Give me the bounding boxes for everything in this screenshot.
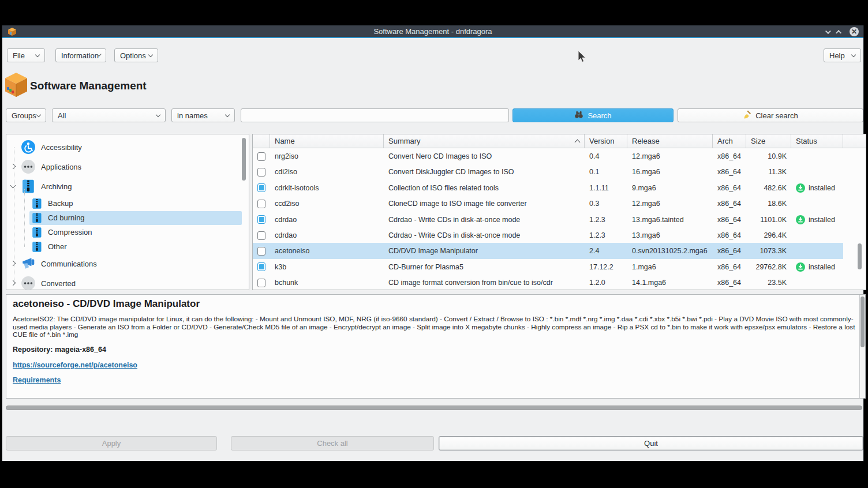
quit-button-label: Quit (644, 439, 658, 448)
sidebar-item-applications[interactable]: Applications (6, 157, 249, 177)
cell-version: 17.12.2 (585, 259, 627, 275)
header-status[interactable]: Status (791, 134, 843, 148)
apply-button[interactable]: Apply (6, 436, 217, 451)
status-label: installed (809, 263, 835, 271)
package-checkbox[interactable] (257, 152, 265, 161)
cell-arch: x86_64 (713, 148, 746, 164)
header-summary[interactable]: Summary (384, 134, 585, 148)
group-tree-panel: AccessibilityApplicationsArchivingBackup… (6, 134, 249, 290)
sidebar-item-archiving[interactable]: Archiving (6, 177, 249, 196)
menu-options[interactable]: Options (114, 48, 158, 62)
sidebar-item-converted[interactable]: Converted (6, 273, 249, 293)
header-name[interactable]: Name (270, 134, 384, 148)
menu-file-label: File (13, 51, 25, 60)
sidebar-item-communications[interactable]: Communications (6, 254, 249, 273)
archive-icon (21, 179, 36, 194)
row-checkbox-cell (253, 275, 270, 290)
quit-button[interactable]: Quit (439, 436, 863, 451)
cell-summary: Convert Nero CD Images to ISO (384, 148, 585, 164)
titlebar[interactable]: Software Management - dnfdragora ✕ (2, 25, 863, 38)
table-row[interactable]: cdrkit-isotoolsCollection of ISO files r… (253, 180, 866, 196)
cell-summary: Collection of ISO files related tools (384, 180, 585, 196)
menu-help[interactable]: Help (824, 48, 861, 62)
binoculars-icon (574, 111, 583, 121)
chevron-down-icon (156, 112, 160, 117)
status-label: installed (809, 216, 835, 224)
clear-search-button[interactable]: Clear search (678, 108, 863, 122)
package-checkbox[interactable] (257, 262, 265, 271)
cell-version: 1.2.3 (585, 227, 627, 243)
header-version[interactable]: Version (585, 134, 627, 148)
package-table-panel: Name Summary Version Release Arch Size S… (252, 134, 866, 290)
apply-button-label: Apply (102, 439, 121, 448)
communications-icon (21, 256, 36, 271)
package-checkbox[interactable] (257, 215, 265, 224)
sidebar-item-cd-burning[interactable]: Cd burning (6, 211, 249, 225)
cell-name: k3b (270, 259, 384, 275)
table-row[interactable]: bchunkCD image format conversion from bi… (253, 275, 866, 290)
cell-version: 1.2.3 (585, 212, 627, 228)
table-scrollbar-thumb[interactable] (858, 243, 862, 269)
maximize-icon[interactable] (836, 29, 841, 35)
menu-information[interactable]: Information (55, 48, 106, 62)
table-row[interactable]: cdrdaoCdrdao - Write CDs in disk-at-once… (253, 227, 866, 243)
groups-dropdown-label: Groups (12, 111, 36, 120)
menu-file[interactable]: File (7, 48, 45, 62)
accessibility-icon (21, 140, 36, 155)
header-size[interactable]: Size (746, 134, 791, 148)
sidebar-item-compression[interactable]: Compression (6, 225, 249, 239)
table-row[interactable]: nrg2isoConvert Nero CD Images to ISO0.41… (253, 148, 866, 164)
header-status-label: Status (796, 137, 817, 145)
header-checkbox-column[interactable] (253, 134, 270, 148)
minimize-icon[interactable] (825, 28, 831, 34)
sidebar-item-label: Applications (41, 163, 81, 171)
cell-filler (843, 148, 866, 164)
row-checkbox-cell (253, 212, 270, 228)
search-scope-value: in names (177, 111, 208, 120)
cell-summary: CD image format conversion from bin/cue … (384, 275, 585, 290)
search-button[interactable]: Search (512, 108, 674, 122)
close-icon[interactable]: ✕ (850, 27, 859, 36)
tree-connector-line (14, 147, 14, 283)
cell-summary: Cdrdao - Write CDs in disk-at-once mode (384, 227, 585, 243)
package-checkbox[interactable] (257, 200, 265, 208)
table-row[interactable]: ccd2isoCloneCD image to ISO image file c… (253, 196, 866, 212)
broom-icon (743, 110, 751, 121)
header-release[interactable]: Release (627, 134, 713, 148)
header-arch[interactable]: Arch (713, 134, 746, 148)
homepage-link[interactable]: https://sourceforge.net/p/acetoneiso (13, 361, 137, 369)
header-name-label: Name (275, 137, 295, 145)
tree-scrollbar-thumb[interactable] (242, 138, 246, 181)
cell-status (791, 148, 843, 164)
package-checkbox[interactable] (257, 279, 265, 287)
app-window-icon (8, 27, 17, 38)
installed-download-icon (796, 183, 805, 193)
check-all-button-label: Check all (317, 439, 347, 448)
cell-name: nrg2iso (270, 148, 384, 164)
groups-dropdown[interactable]: Groups (6, 108, 46, 122)
package-checkbox[interactable] (257, 168, 265, 177)
table-row[interactable]: cdrdaoCdrdao - Write CDs in disk-at-once… (253, 212, 866, 228)
check-all-button[interactable]: Check all (231, 436, 434, 451)
table-row[interactable]: cdi2isoConvert DiskJuggler CD Images to … (253, 164, 866, 180)
group-filter-dropdown[interactable]: All (52, 108, 166, 122)
search-scope-dropdown[interactable]: in names (171, 108, 235, 122)
table-header-row: Name Summary Version Release Arch Size S… (253, 134, 866, 148)
sidebar-item-other[interactable]: Other (6, 239, 249, 254)
sidebar-item-accessibility[interactable]: Accessibility (6, 137, 249, 157)
search-input[interactable] (241, 108, 509, 122)
package-checkbox[interactable] (257, 231, 265, 240)
cell-arch: x86_64 (713, 196, 746, 212)
requirements-link[interactable]: Requirements (13, 376, 61, 384)
table-row[interactable]: acetoneisoCD/DVD Image Manipulator2.40.s… (253, 243, 866, 259)
package-checkbox[interactable] (257, 247, 265, 256)
cell-status: installed (791, 259, 843, 275)
clear-search-button-label: Clear search (755, 111, 798, 120)
details-scrollbar-thumb[interactable] (860, 296, 865, 347)
cell-status (791, 196, 843, 212)
package-checkbox[interactable] (257, 183, 265, 192)
table-row[interactable]: k3bCD-Burner for Plasma517.12.21.mga6x86… (253, 259, 866, 275)
sidebar-item-backup[interactable]: Backup (6, 196, 249, 211)
cell-summary: CD-Burner for Plasma5 (384, 259, 585, 275)
cell-name: cdrkit-isotools (270, 180, 384, 196)
